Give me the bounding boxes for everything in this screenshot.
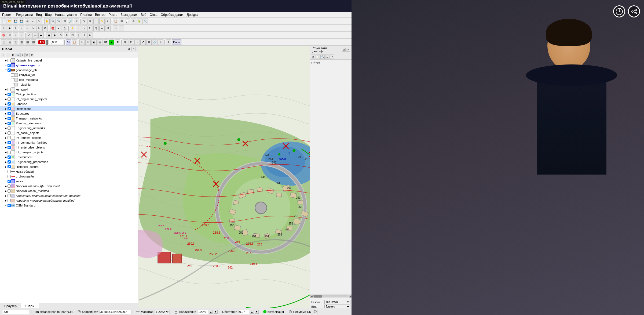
snapping-btn[interactable]: 🎯 xyxy=(1,32,6,38)
identify-btn[interactable]: ℹ xyxy=(93,19,99,24)
layer-add-btn[interactable]: + xyxy=(1,53,5,57)
layer-restrictions[interactable]: ▶ Restrictions xyxy=(0,106,138,111)
expand-geopackage[interactable]: ▼ xyxy=(4,68,8,72)
vertex-btn[interactable]: ⬧ xyxy=(56,26,61,31)
t4-4[interactable]: ▨ xyxy=(19,39,24,45)
layer-osm[interactable]: ▼ OSM OSM Standard xyxy=(0,203,138,208)
layers-close-btn[interactable]: ⊞ xyxy=(127,47,131,51)
perp-btn[interactable]: ⊥ xyxy=(82,32,87,38)
layer-geopackage[interactable]: ▼ DB geopackage_db xyxy=(0,68,138,73)
check-restrictions[interactable] xyxy=(8,107,11,110)
node-btn[interactable]: ◈ xyxy=(7,26,12,31)
expand-kadastr[interactable]: ▶ xyxy=(4,59,8,62)
check-projdtp[interactable] xyxy=(8,184,11,188)
check-mezhaobl[interactable] xyxy=(8,170,11,173)
fill-ring-btn[interactable]: ● xyxy=(99,26,105,31)
layer-planning[interactable]: ▶ Planning_elements xyxy=(0,121,138,126)
check-enterprise[interactable] xyxy=(8,146,11,149)
t4-2[interactable]: ▤ xyxy=(7,39,12,45)
mid-btn[interactable]: ⊙ xyxy=(58,32,63,38)
reshape-btn[interactable]: ⬡ xyxy=(87,26,93,31)
expand-natural[interactable]: ▶ xyxy=(4,199,8,202)
open-btn[interactable]: 📂 xyxy=(7,19,12,24)
3d-btn[interactable]: 3 xyxy=(113,26,118,31)
menu-settings[interactable]: Налаштування xyxy=(55,13,77,17)
rotation-down-btn[interactable]: ▼ xyxy=(255,310,259,314)
layer-projdtp[interactable]: ▶ Проектний план ДПТ обрізаний xyxy=(0,184,138,189)
scroll-thumb[interactable] xyxy=(314,295,322,298)
layer-strilky[interactable]: стрілки шейн xyxy=(0,174,138,179)
scroll-track[interactable] xyxy=(313,295,348,297)
t4-14[interactable]: ⊠ xyxy=(146,39,152,45)
approach-up-btn[interactable]: ▲ xyxy=(209,310,213,314)
layer-mezhaobl[interactable]: межа області xyxy=(0,169,138,174)
expand-community[interactable]: ▶ xyxy=(4,141,8,144)
t4-6[interactable]: ▧ xyxy=(31,39,36,45)
plugin2-btn[interactable]: 🔧 xyxy=(142,19,148,24)
scale-select[interactable]: 1:2062 xyxy=(155,310,170,314)
check-civil[interactable] xyxy=(8,93,11,96)
check-community[interactable] xyxy=(8,141,11,144)
save-btn[interactable]: 💾 xyxy=(13,19,18,24)
expand-projdtp[interactable]: ▶ xyxy=(4,184,8,188)
check-kadastr[interactable] xyxy=(8,59,11,62)
scroll-right-btn[interactable]: ▶ xyxy=(349,295,352,298)
measure-btn[interactable]: 📏 xyxy=(99,19,105,24)
check-infeng[interactable] xyxy=(8,97,11,101)
rotation-up-btn[interactable]: ▲ xyxy=(250,310,254,314)
edit-cross[interactable]: ✖ xyxy=(115,39,120,45)
expand-dilyanky[interactable]: ▼ xyxy=(4,64,8,67)
layer-community[interactable]: ▶ Inf_community_facilities xyxy=(0,140,138,145)
vertex-layer-btn[interactable]: ◈ xyxy=(52,32,57,38)
menu-project[interactable]: Проект xyxy=(2,13,13,17)
vertex-snap-btn[interactable]: ◆ xyxy=(38,32,44,38)
results-more-btn[interactable]: » xyxy=(330,55,334,59)
t4-11[interactable]: ⊟ xyxy=(129,39,134,45)
t4-5[interactable]: ▦ xyxy=(25,39,30,45)
del-feat-btn[interactable]: ✕ xyxy=(19,26,24,31)
layer-dilyanky[interactable]: ▼ ділянки кадастр xyxy=(0,63,138,68)
t4-7[interactable]: 📋 xyxy=(72,39,77,45)
results-zoom-btn[interactable]: 🔍 xyxy=(320,55,325,59)
print-btn[interactable]: 🖨 xyxy=(25,19,30,24)
layer-projplan[interactable]: ▶ проектний план (основне креслення)_mod… xyxy=(0,193,138,198)
check-strilky[interactable] xyxy=(8,175,11,178)
expand-enterprise[interactable]: ▶ xyxy=(4,146,8,149)
expand-engnet[interactable]: ▶ xyxy=(4,126,8,130)
geom-btn[interactable]: △ xyxy=(62,26,67,31)
menu-edit[interactable]: Редагувати xyxy=(16,13,33,17)
ext-btn[interactable]: ⊡ xyxy=(70,32,75,38)
snap-btn[interactable]: 🧲 xyxy=(50,26,56,31)
menu-help[interactable]: Довідка xyxy=(187,13,198,17)
rotation-input[interactable] xyxy=(238,310,249,314)
approach-input[interactable] xyxy=(197,310,208,314)
menu-processing[interactable]: Обробка даних xyxy=(161,13,184,17)
stats-btn[interactable]: Σ xyxy=(105,19,111,24)
layer-snap-btn[interactable]: ▣ xyxy=(46,32,52,38)
deselect-btn[interactable]: ✕ xyxy=(87,19,93,24)
statusbar-search-input[interactable] xyxy=(2,310,29,314)
menu-database[interactable]: База даних xyxy=(120,13,137,17)
attr-table-btn[interactable]: 📋 xyxy=(113,19,118,24)
expand-engprep[interactable]: ▶ xyxy=(4,160,8,164)
check-projplan[interactable] xyxy=(8,194,11,197)
rotate-sym-btn[interactable]: ⟲ xyxy=(105,26,111,31)
map-canvas[interactable]: 259.5 258.5 256.5 256 255.6 255 256.6 25… xyxy=(138,46,310,315)
menu-web[interactable]: Веб xyxy=(141,13,146,17)
t4-8[interactable]: ▣ xyxy=(91,39,97,45)
menu-vector[interactable]: Вектор xyxy=(95,13,105,17)
zoom-extent-btn[interactable]: ⊞ xyxy=(62,19,67,24)
layer-landuse[interactable]: ▶ Landuse xyxy=(0,102,138,106)
expand-structures[interactable]: ▶ xyxy=(4,112,8,115)
layer-hist[interactable]: ▶ Historical_cultural xyxy=(0,164,138,169)
layer-social[interactable]: ▶ Inf_social_objects xyxy=(0,131,138,135)
check-engprep[interactable] xyxy=(8,160,11,164)
t-minus[interactable]: T- xyxy=(79,39,85,45)
check-geopackage[interactable] xyxy=(8,68,11,72)
layer-enterprise[interactable]: ▶ Inf_enterprise_objects xyxy=(0,145,138,150)
layer-remove-btn[interactable]: - xyxy=(6,53,10,57)
zoom-selection-btn[interactable]: 🔎 xyxy=(68,19,73,24)
enable-snap-btn[interactable]: ✕ xyxy=(7,32,12,38)
color-swatch[interactable] xyxy=(46,40,48,45)
layer-refresh-btn[interactable]: ↺ xyxy=(20,53,25,57)
